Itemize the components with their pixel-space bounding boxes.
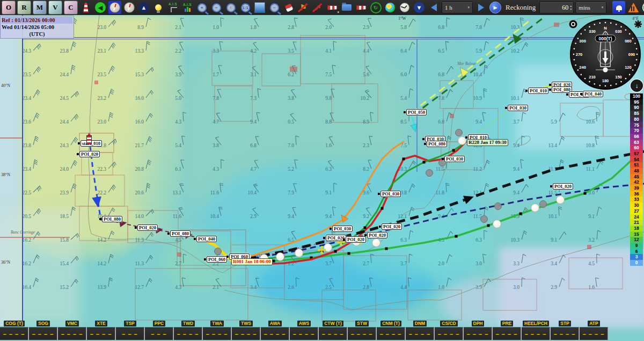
wx-region — [177, 15, 419, 46]
svg-text:12.3: 12.3 — [473, 143, 482, 148]
poi-label[interactable]: POI_060 — [229, 253, 250, 260]
compass-corner-left-icon[interactable] — [569, 20, 577, 28]
latitude-label: 38°N — [1, 172, 10, 177]
compass-gray-button[interactable] — [123, 1, 136, 14]
instrument-label: TSP — [124, 321, 136, 327]
boat-heading-button[interactable]: ▲ — [137, 1, 150, 14]
chart-thumb-o[interactable]: O — [2, 1, 16, 14]
svg-text:15.3: 15.3 — [135, 72, 144, 77]
grib-clock-button[interactable] — [398, 1, 411, 14]
windsock-button[interactable] — [355, 1, 368, 14]
poi-label[interactable]: POI_020 — [79, 151, 100, 157]
chart-thumb-m[interactable]: M — [33, 1, 47, 14]
route-timestamp-label[interactable]: R228 Jan 17 09:30 — [467, 139, 508, 146]
lighthouse-icon — [83, 3, 89, 12]
hide-flags-button[interactable]: ⚑ — [297, 1, 310, 14]
poi-label[interactable]: POI_030 — [508, 105, 528, 111]
spinner-arrows-icon[interactable]: ▴▾ — [570, 4, 572, 11]
zoom-grib-button[interactable]: ~ — [268, 1, 281, 14]
scale-collapse-button[interactable]: ↓ — [631, 79, 643, 92]
place-label: Mar Balear — [457, 61, 476, 66]
compass-blue-button[interactable] — [108, 1, 121, 14]
poi-label[interactable]: POI_030 — [444, 156, 465, 162]
svg-text:2.0: 2.0 — [438, 261, 444, 266]
wind-scale-value: 9 — [630, 243, 643, 249]
instrument-value: – – – – — [464, 327, 492, 340]
ais-target-button[interactable]: A.I.S — [166, 1, 179, 14]
open-grib-button[interactable] — [340, 1, 353, 14]
hazard-alert-button[interactable] — [627, 1, 640, 14]
svg-text:2.8: 2.8 — [288, 25, 294, 30]
instrument-value: – – – – — [377, 327, 405, 340]
svg-text:2.9: 2.9 — [363, 25, 369, 30]
poi-label[interactable]: POI_020 — [346, 236, 366, 243]
zoom-out-button[interactable]: − — [210, 1, 223, 14]
zoom-actual-button[interactable]: 1:1 — [239, 1, 252, 14]
hide-current-button[interactable]: ↗ — [311, 1, 324, 14]
poi-label[interactable]: POI_020 — [382, 223, 402, 230]
poi-label[interactable]: POI_010 — [468, 134, 488, 141]
play-animation-button[interactable]: ▶ — [489, 1, 502, 14]
svg-text:24.5: 24.5 — [60, 96, 69, 101]
wind-scale-value: 100 — [630, 93, 643, 99]
poi-label[interactable]: POI_040 — [196, 236, 217, 242]
poi-label[interactable]: POI_030 — [332, 226, 353, 232]
svg-text:090: 090 — [628, 52, 635, 57]
step-forward-button[interactable] — [474, 1, 487, 14]
chart-thumb-r[interactable]: R — [17, 1, 31, 14]
light-bulb-button[interactable] — [152, 1, 165, 14]
poi-label[interactable]: POI_020 — [553, 183, 573, 190]
chart-thumb-c[interactable]: C — [64, 1, 78, 14]
svg-text:24.4: 24.4 — [60, 72, 69, 77]
route-timestamp-label[interactable]: R001 Jan 18 06:00 — [231, 258, 273, 265]
man-overboard-target-button[interactable] — [641, 1, 644, 14]
clock-icon — [400, 3, 409, 12]
alarm-bell-button[interactable] — [612, 1, 625, 14]
wind-scale-value: 95 — [630, 99, 643, 105]
time-step-select[interactable]: 1 h▾ — [442, 2, 473, 13]
poi-label[interactable]: POI_080 — [170, 230, 191, 237]
chart-thumb-v[interactable]: V — [48, 1, 62, 14]
grib-gradient-button[interactable] — [253, 1, 266, 14]
poi-label[interactable]: POI_020 — [137, 224, 158, 231]
svg-text:9.1: 9.1 — [325, 190, 332, 195]
poi-label[interactable]: POI_050 — [406, 109, 427, 115]
step-back-button[interactable] — [427, 1, 440, 14]
svg-text:6.1: 6.1 — [175, 166, 181, 172]
meteo-globe-button[interactable] — [384, 1, 397, 14]
svg-text:7.3: 7.3 — [250, 96, 257, 101]
reckoning-minutes-input[interactable]: 60▴▾ — [539, 2, 574, 13]
zoom-in-button[interactable]: + — [195, 1, 208, 14]
instrument-label: PRE — [501, 321, 513, 327]
poi-label[interactable]: POI_080 — [102, 216, 122, 222]
compass-needle-button[interactable] — [282, 1, 295, 14]
instrument-label: COG (T) — [4, 321, 25, 327]
start-beacon-icon[interactable] — [86, 135, 92, 144]
zoom-in-button-icon: + — [197, 3, 207, 12]
reckoning-unit-select[interactable]: mins▾ — [575, 2, 606, 13]
chart-area[interactable]: 24.524.223.08.92.11.01.82.82.02.95.86.87… — [0, 0, 644, 341]
poi-label[interactable]: POI_010 — [528, 88, 548, 94]
svg-text:22.8: 22.8 — [97, 143, 106, 148]
target-rings-icon — [642, 2, 644, 13]
grib-time-button[interactable]: ▼ — [413, 1, 426, 14]
poi-label[interactable]: POI_060 — [207, 256, 227, 263]
zoom-window-button[interactable]: ▫ — [224, 1, 237, 14]
poi-label[interactable]: POI_080 — [427, 141, 447, 147]
svg-text:2.1: 2.1 — [213, 285, 219, 290]
longitude-label: 1°W — [398, 16, 406, 21]
poi-label[interactable]: POI_030 — [380, 191, 401, 197]
wind-scale-value: 48 — [630, 168, 643, 174]
grib-update-button[interactable]: ↻ — [369, 1, 382, 14]
windsock-menu-button[interactable]: ▾ — [326, 1, 339, 14]
center-boat-button[interactable]: ◀ — [94, 1, 107, 14]
svg-text:10.4: 10.4 — [247, 190, 257, 195]
poi-label[interactable]: POI_020 — [326, 235, 346, 241]
ais-list-button[interactable]: A.I.S — [181, 1, 194, 14]
lighthouse-button[interactable] — [79, 1, 92, 14]
poi-label[interactable]: POI_020 — [367, 232, 387, 238]
compass-corner-right-icon[interactable] — [634, 20, 642, 28]
poi-label[interactable]: POI_030 — [425, 136, 445, 142]
compass-needle-icon — [283, 2, 295, 13]
svg-text:3.5: 3.5 — [288, 48, 294, 54]
